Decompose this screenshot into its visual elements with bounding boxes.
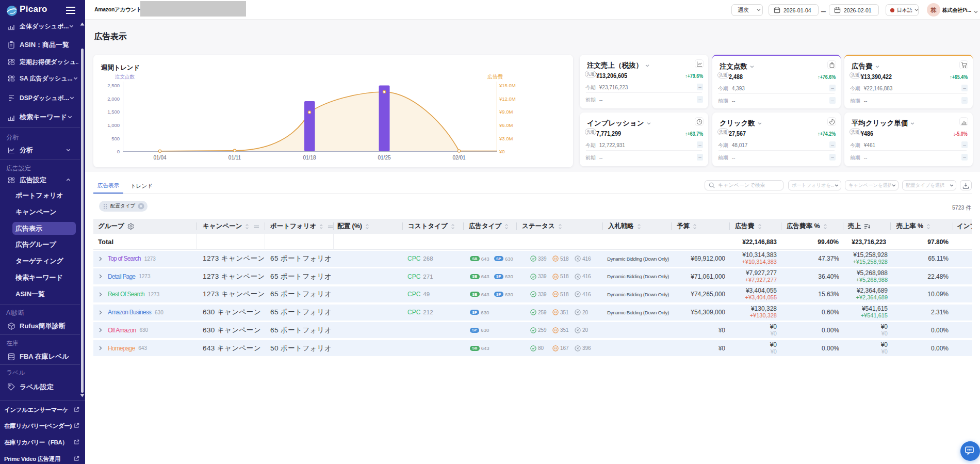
- svg-text:1,000: 1,000: [107, 122, 120, 128]
- svg-text:¥3.0M: ¥3.0M: [499, 136, 513, 141]
- svg-text:広告費: 広告費: [487, 74, 503, 79]
- svg-text:1,500: 1,500: [107, 109, 120, 115]
- svg-text:2,500: 2,500: [107, 83, 120, 88]
- svg-text:0: 0: [117, 149, 120, 154]
- svg-text:01/18: 01/18: [303, 155, 316, 161]
- svg-text:¥9.0M: ¥9.0M: [499, 109, 513, 115]
- svg-text:注文点数: 注文点数: [115, 74, 135, 79]
- svg-text:01/11: 01/11: [228, 155, 241, 161]
- svg-text:01/04: 01/04: [153, 155, 166, 161]
- svg-text:¥6.0M: ¥6.0M: [499, 122, 513, 128]
- svg-text:2,000: 2,000: [107, 96, 120, 102]
- svg-text:02/01: 02/01: [452, 155, 465, 161]
- svg-text:¥12.0M: ¥12.0M: [499, 96, 516, 102]
- svg-text:¥15.0M: ¥15.0M: [499, 83, 516, 88]
- svg-text:¥0: ¥0: [499, 149, 505, 154]
- svg-text:01/25: 01/25: [378, 155, 390, 161]
- svg-text:500: 500: [111, 136, 120, 141]
